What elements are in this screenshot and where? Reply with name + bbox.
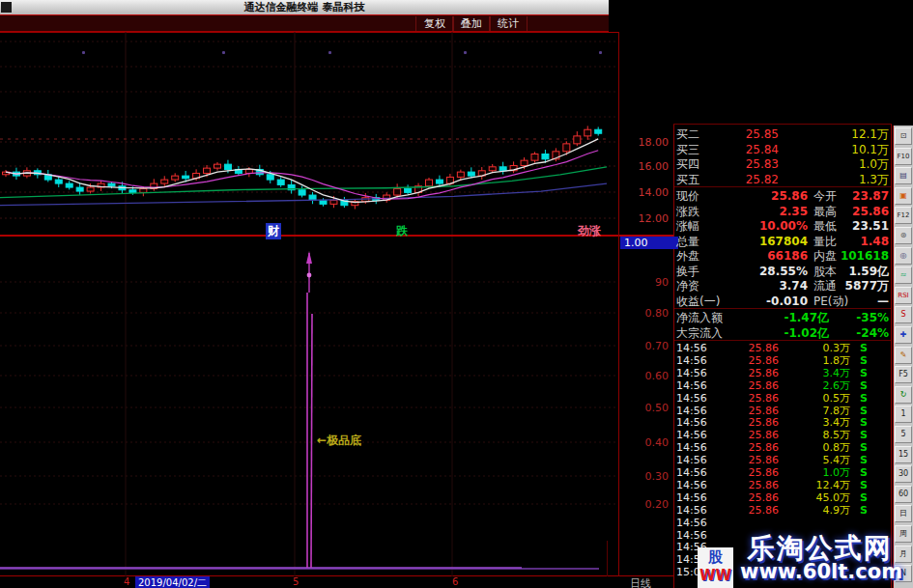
stat-value: 1.48 [819,234,889,249]
refresh-icon[interactable]: ↻ [895,386,912,404]
quote-row: 总量167804量比1.48 [674,234,891,249]
candle[interactable] [161,180,168,183]
block-chart-icon[interactable]: ▣ [895,187,912,205]
candle[interactable] [204,168,211,173]
candle[interactable] [108,183,115,186]
candle[interactable] [214,164,221,168]
signature-icon[interactable]: ⊛ [895,227,912,244]
title-bar[interactable]: 通达信金融终端 泰晶科技 [0,0,609,14]
tape-time: 14:56 [676,441,707,454]
pen-icon[interactable]: ✎ [895,347,912,364]
toolbar-button-2[interactable]: 叠加 [452,16,491,31]
tape-price: 25.86 [719,441,779,454]
candle[interactable] [531,154,538,161]
candle[interactable] [426,180,433,186]
tape-row[interactable]: 14:5625.8645.0万S [674,491,891,504]
stat-value: — [819,294,889,309]
candle[interactable] [277,180,284,184]
candle[interactable] [330,200,337,204]
candle[interactable] [542,154,549,159]
candle[interactable] [499,167,506,171]
candle[interactable] [66,183,72,187]
period-30min[interactable]: 30 [895,465,912,483]
indicator-pane[interactable] [0,237,618,576]
candle[interactable] [574,136,581,144]
watermark-url: www.60lt.com [734,560,908,583]
tape-row[interactable]: 14:5625.861.8万S [674,354,891,367]
tape-volume: 2.6万 [786,379,850,392]
candle[interactable] [595,129,602,133]
tape-row[interactable]: 14:5625.865.4万S [674,454,891,466]
candle[interactable] [224,164,231,169]
move-cross-icon[interactable]: ✚ [895,326,912,344]
tape-row[interactable]: 14:5625.860.5万S [674,392,891,405]
period-day[interactable]: 日 [895,505,912,522]
period-60min[interactable]: 60 [895,486,912,503]
candle[interactable] [457,172,464,177]
candle[interactable] [129,190,136,193]
wave-icon[interactable]: ≈ [895,266,912,284]
candle[interactable] [55,180,62,183]
tape-row[interactable]: 14:5625.860.3万S [674,342,891,354]
candle[interactable] [172,176,179,180]
f5-refresh-button[interactable]: F5 [895,366,912,383]
candle[interactable] [405,188,412,192]
tape-row[interactable]: 14:5625.868.5万S [674,429,891,441]
period-label[interactable]: 日线 [630,576,651,588]
tape-price: 25.86 [719,379,779,392]
tape-row[interactable]: 14:5625.863.4万S [674,416,891,429]
candle[interactable] [309,195,316,200]
tape-time: 14:56 [676,379,707,392]
tape-row[interactable]: 14:5625.864.9万S [674,504,891,517]
bid-price[interactable]: 25.83 [723,156,779,172]
price-axis-border [618,32,619,576]
kline-window-icon[interactable]: ⊡ [895,127,912,145]
layout-icon[interactable]: ▤ [895,167,912,184]
rsi-button[interactable]: RSI [895,287,912,304]
tape-row[interactable]: 14:5625.867.8万S [674,405,891,417]
selected-date[interactable]: 2019/04/02/二 [135,576,210,588]
tape-row[interactable]: 14:56 [674,517,891,529]
period-5min[interactable]: 5 [895,426,912,443]
tape-row[interactable]: 14:5625.861.0万S [674,466,891,479]
candlestick-chart[interactable] [0,32,618,235]
tape-row[interactable]: 14:5625.862.6万S [674,379,891,392]
candle[interactable] [87,187,94,191]
tape-volume: 12.4万 [786,479,850,491]
bid-price[interactable]: 25.84 [723,142,779,157]
candle[interactable] [563,144,570,152]
candle[interactable] [245,169,252,173]
candle[interactable] [267,175,273,180]
period-15min[interactable]: 15 [895,446,912,463]
candle[interactable] [183,176,189,179]
candle[interactable] [320,200,327,204]
candle[interactable] [585,129,591,136]
candle[interactable] [76,187,83,191]
stat-value: 23.51 [819,218,889,234]
f12-trade-button[interactable]: F12 [895,207,912,224]
candle[interactable] [468,172,474,176]
f10-info-button[interactable]: F10 [895,148,912,165]
tape-row[interactable]: 14:5625.863.4万S [674,367,891,379]
bid-price[interactable]: 25.82 [723,172,779,187]
stat-label: 净资 [676,278,699,294]
tape-volume: 45.0万 [786,491,850,504]
bid-price[interactable]: 25.85 [723,126,779,142]
candle[interactable] [299,190,305,195]
spike-arrowhead [306,251,312,264]
tape-row[interactable]: 14:5625.8612.4万S [674,479,891,491]
money-icon[interactable]: S [895,306,912,323]
candle[interactable] [436,180,442,183]
candle[interactable] [489,167,496,171]
tape-row[interactable]: 14:5625.860.8万S [674,441,891,454]
view-eye-icon[interactable]: ◎ [895,247,912,265]
toolbar-button-1[interactable]: 复权 [415,16,454,31]
candle[interactable] [140,188,147,192]
quote-row: 买二25.8512.1万 [674,126,891,142]
candle[interactable] [521,160,528,165]
period-1min[interactable]: 1 [895,406,912,423]
tape-volume: 8.5万 [786,429,850,441]
system-menu-icon[interactable] [1,2,12,13]
toolbar-button-3[interactable]: 统计 [489,16,528,31]
candle[interactable] [394,188,401,195]
